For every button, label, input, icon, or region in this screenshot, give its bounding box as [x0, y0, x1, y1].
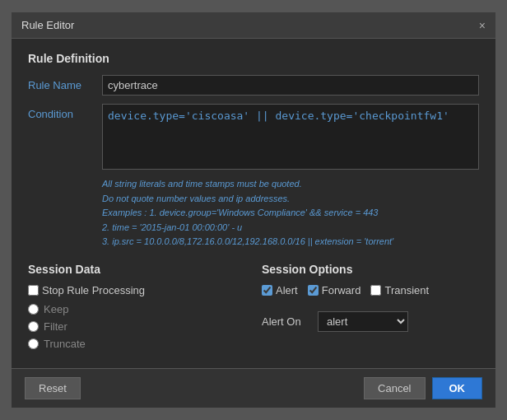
session-data-col: Session Data Stop Rule Processing Keep F…: [28, 263, 245, 355]
rule-name-row: Rule Name: [28, 75, 479, 96]
keep-radio[interactable]: [28, 304, 39, 315]
dialog-body: Rule Definition Rule Name Condition All …: [12, 39, 495, 368]
session-options-title: Session Options: [262, 263, 479, 276]
ok-button[interactable]: OK: [432, 377, 483, 399]
alert-on-select[interactable]: alert forward all: [318, 311, 408, 332]
stop-rule-label: Stop Rule Processing: [42, 284, 145, 296]
condition-control: All string literals and time stamps must…: [102, 104, 479, 250]
dialog-titlebar: Rule Editor ×: [12, 12, 495, 39]
forward-checkbox[interactable]: [308, 285, 319, 296]
hint-line-3: Examples : 1. device.group='Windows Comp…: [102, 208, 379, 217]
truncate-radio[interactable]: [28, 338, 39, 349]
forward-row: Forward: [308, 284, 361, 296]
alert-checkbox[interactable]: [262, 285, 272, 296]
condition-row: Condition All string literals and time s…: [28, 104, 479, 250]
condition-label: Condition: [28, 104, 102, 120]
filter-radio[interactable]: [28, 321, 39, 332]
transient-label: Transient: [384, 284, 429, 296]
reset-button[interactable]: Reset: [25, 377, 81, 399]
hint-line-4: 2. time = '2015-jan-01 00:00:00' - u: [102, 222, 242, 232]
session-options-checkboxes: Alert Forward Transient: [262, 284, 479, 303]
alert-on-label: Alert On: [262, 315, 311, 328]
footer-right: Cancel OK: [364, 377, 482, 399]
hint-line-1: All string literals and time stamps must…: [102, 179, 302, 189]
rule-name-control: [102, 75, 479, 96]
hint-line-5: 3. ip.src = 10.0.0.0/8,172.16.0.0/12,192…: [102, 236, 393, 246]
close-button[interactable]: ×: [479, 20, 486, 31]
keep-label: Keep: [44, 303, 68, 315]
alert-on-row: Alert On alert forward all: [262, 311, 479, 332]
two-col-section: Session Data Stop Rule Processing Keep F…: [28, 263, 479, 355]
condition-textarea[interactable]: [102, 104, 479, 170]
rule-name-input[interactable]: [102, 75, 479, 96]
cancel-button[interactable]: Cancel: [364, 377, 425, 399]
rule-editor-dialog: Rule Editor × Rule Definition Rule Name …: [11, 12, 496, 408]
stop-rule-row: Stop Rule Processing: [28, 284, 245, 296]
rule-name-label: Rule Name: [28, 75, 102, 91]
forward-label: Forward: [322, 284, 361, 296]
filter-label: Filter: [44, 320, 67, 333]
stop-rule-checkbox[interactable]: [28, 285, 39, 296]
transient-checkbox[interactable]: [370, 285, 381, 296]
truncate-label: Truncate: [44, 338, 86, 350]
session-options-col: Session Options Alert Forward Transient: [262, 263, 479, 355]
rule-definition-title: Rule Definition: [28, 52, 479, 65]
dialog-title: Rule Editor: [21, 19, 74, 31]
dialog-footer: Reset Cancel OK: [12, 368, 495, 408]
transient-row: Transient: [370, 284, 429, 296]
hint-line-2: Do not quote number values and ip addres…: [102, 194, 290, 203]
session-data-title: Session Data: [28, 263, 245, 276]
truncate-row: Truncate: [28, 338, 245, 350]
alert-row: Alert: [262, 284, 298, 296]
hint-text: All string literals and time stamps must…: [102, 177, 479, 250]
keep-row: Keep: [28, 303, 245, 315]
filter-row: Filter: [28, 320, 245, 333]
alert-label: Alert: [276, 284, 298, 296]
